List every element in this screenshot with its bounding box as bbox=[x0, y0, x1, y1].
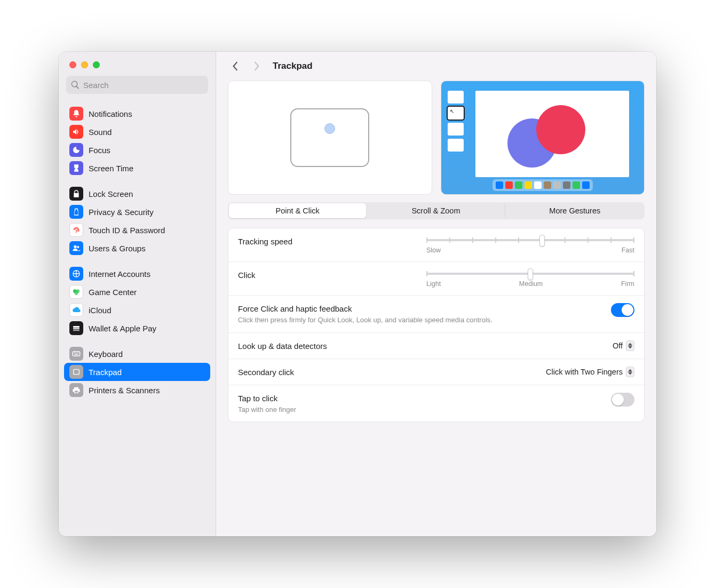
gamecenter-icon bbox=[69, 285, 83, 299]
preview-row bbox=[228, 81, 645, 195]
sidebar-item-privacy[interactable]: Privacy & Security bbox=[64, 203, 210, 221]
gesture-preview bbox=[441, 81, 645, 195]
tracking-speed-label: Tracking speed bbox=[238, 236, 292, 246]
printers-icon bbox=[69, 383, 83, 397]
svg-rect-12 bbox=[78, 353, 78, 353]
internet-icon bbox=[69, 267, 83, 281]
tab-scroll-zoom[interactable]: Scroll & Zoom bbox=[367, 203, 505, 218]
sidebar-item-printers[interactable]: Printers & Scanners bbox=[64, 381, 210, 399]
secondary-click-popup[interactable]: Click with Two Fingers bbox=[546, 367, 634, 377]
tap-to-click-row: Tap to click Tap with one finger bbox=[228, 385, 644, 422]
sidebar-item-label: Privacy & Security bbox=[89, 208, 154, 217]
svg-point-0 bbox=[74, 245, 76, 248]
updown-icon bbox=[626, 340, 634, 351]
lookup-row: Look up & data detectors Off bbox=[228, 333, 644, 359]
settings-panel: Tracking speed Slow Fast bbox=[228, 228, 645, 422]
tab-point-click[interactable]: Point & Click bbox=[229, 203, 366, 218]
users-icon bbox=[69, 241, 83, 255]
system-settings-window: NotificationsSoundFocusScreen TimeLock S… bbox=[59, 52, 656, 536]
sidebar-item-notifications[interactable]: Notifications bbox=[64, 105, 210, 123]
svg-rect-14 bbox=[74, 369, 80, 374]
privacy-icon bbox=[69, 205, 83, 219]
svg-point-1 bbox=[77, 246, 79, 248]
sidebar-item-gamecenter[interactable]: Game Center bbox=[64, 283, 210, 301]
sidebar-item-label: Touch ID & Password bbox=[89, 226, 165, 235]
svg-rect-7 bbox=[73, 330, 80, 331]
sidebar-item-label: Game Center bbox=[89, 288, 137, 297]
window-controls bbox=[59, 52, 216, 73]
tracking-speed-row: Tracking speed Slow Fast bbox=[228, 228, 644, 262]
nav-forward-button[interactable] bbox=[249, 59, 264, 74]
lookup-popup[interactable]: Off bbox=[613, 340, 634, 351]
sidebar: NotificationsSoundFocusScreen TimeLock S… bbox=[59, 52, 216, 536]
sidebar-item-label: Sound bbox=[89, 128, 112, 137]
touchid-icon bbox=[69, 223, 83, 237]
tap-to-click-toggle[interactable] bbox=[611, 393, 634, 407]
sidebar-item-label: Trackpad bbox=[89, 368, 122, 377]
svg-rect-13 bbox=[75, 354, 78, 355]
trackpad-preview bbox=[228, 81, 432, 195]
secondary-click-row: Secondary click Click with Two Fingers bbox=[228, 359, 644, 385]
search-input[interactable] bbox=[83, 81, 203, 90]
svg-rect-8 bbox=[73, 352, 80, 356]
tap-to-click-label: Tap to click bbox=[238, 393, 296, 403]
sidebar-item-label: Notifications bbox=[89, 109, 132, 118]
sidebar-item-label: iCloud bbox=[89, 306, 112, 315]
svg-point-4 bbox=[75, 291, 78, 295]
updown-icon bbox=[626, 367, 634, 377]
svg-rect-6 bbox=[73, 328, 80, 329]
sound-icon bbox=[69, 125, 83, 139]
sidebar-item-wallet[interactable]: Wallet & Apple Pay bbox=[64, 319, 210, 337]
svg-rect-10 bbox=[75, 353, 76, 353]
search-icon bbox=[70, 80, 80, 90]
sidebar-item-label: Lock Screen bbox=[89, 189, 133, 198]
sidebar-item-icloud[interactable]: iCloud bbox=[64, 301, 210, 319]
tracking-speed-min-label: Slow bbox=[426, 247, 441, 254]
svg-rect-5 bbox=[73, 326, 80, 328]
sidebar-item-users[interactable]: Users & Groups bbox=[64, 239, 210, 257]
svg-rect-11 bbox=[77, 353, 77, 353]
keyboard-icon bbox=[69, 347, 83, 361]
force-click-label: Force Click and haptic feedback bbox=[238, 303, 492, 313]
chevron-right-icon bbox=[253, 61, 260, 71]
tracking-speed-max-label: Fast bbox=[622, 247, 634, 254]
close-window-button[interactable] bbox=[69, 61, 76, 68]
sidebar-item-keyboard[interactable]: Keyboard bbox=[64, 345, 210, 363]
focus-icon bbox=[69, 143, 83, 157]
svg-rect-9 bbox=[74, 353, 74, 353]
chevron-left-icon bbox=[232, 61, 239, 71]
secondary-click-value: Click with Two Fingers bbox=[546, 368, 623, 376]
force-click-desc: Click then press firmly for Quick Look, … bbox=[238, 315, 492, 325]
topbar: Trackpad bbox=[216, 52, 656, 81]
nav-back-button[interactable] bbox=[228, 59, 243, 74]
wallet-icon bbox=[69, 321, 83, 335]
sidebar-item-touchid[interactable]: Touch ID & Password bbox=[64, 221, 210, 239]
lockscreen-icon bbox=[69, 187, 83, 201]
tap-to-click-desc: Tap with one finger bbox=[238, 405, 296, 415]
tracking-speed-slider[interactable]: Slow Fast bbox=[426, 236, 634, 254]
zoom-window-button[interactable] bbox=[93, 61, 100, 68]
sidebar-item-internet[interactable]: Internet Accounts bbox=[64, 265, 210, 283]
click-strength-row: Click LightMediumFirm bbox=[228, 262, 644, 296]
sidebar-item-lockscreen[interactable]: Lock Screen bbox=[64, 185, 210, 203]
trackpad-icon bbox=[290, 108, 369, 167]
sidebar-item-label: Wallet & Apple Pay bbox=[89, 324, 156, 333]
search-field[interactable] bbox=[66, 76, 208, 94]
sidebar-item-sound[interactable]: Sound bbox=[64, 123, 210, 141]
icloud-icon bbox=[69, 303, 83, 317]
force-click-toggle[interactable] bbox=[611, 303, 634, 317]
page-title: Trackpad bbox=[273, 61, 313, 71]
main-pane: Trackpad bbox=[216, 52, 656, 536]
sidebar-item-label: Focus bbox=[89, 146, 110, 155]
click-strength-label: Click bbox=[238, 269, 256, 280]
tab-more-gestures[interactable]: More Gestures bbox=[506, 203, 644, 218]
trackpad-tabs: Point & ClickScroll & ZoomMore Gestures bbox=[228, 202, 645, 219]
sidebar-item-label: Screen Time bbox=[89, 164, 133, 173]
sidebar-item-focus[interactable]: Focus bbox=[64, 141, 210, 159]
screentime-icon bbox=[69, 161, 83, 175]
trackpad-icon bbox=[69, 365, 83, 379]
sidebar-item-screentime[interactable]: Screen Time bbox=[64, 159, 210, 177]
sidebar-item-trackpad[interactable]: Trackpad bbox=[64, 363, 210, 381]
minimize-window-button[interactable] bbox=[81, 61, 88, 68]
click-strength-slider[interactable]: LightMediumFirm bbox=[426, 269, 634, 288]
